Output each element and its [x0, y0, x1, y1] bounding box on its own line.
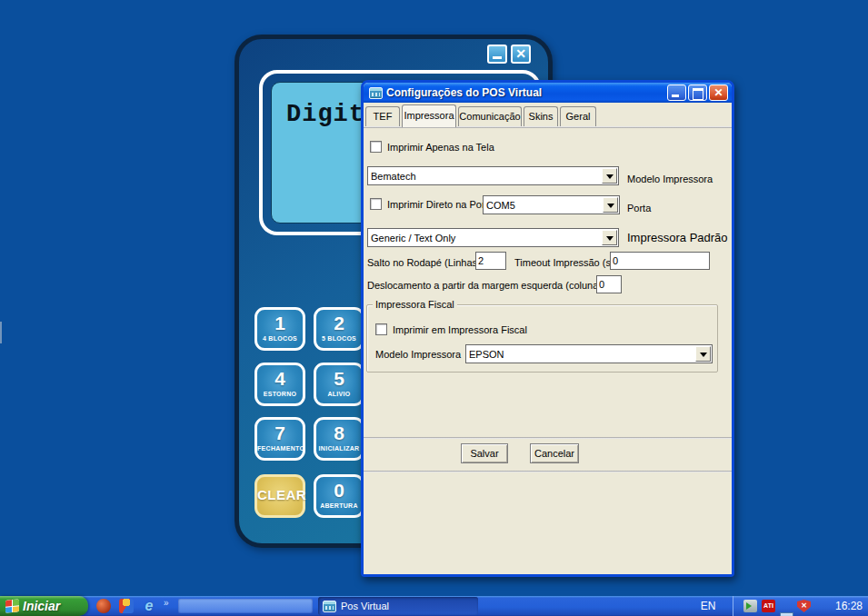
- pos-close-button[interactable]: [511, 45, 531, 64]
- dialog-minimize-button[interactable]: [667, 84, 686, 101]
- checkbox-imprimir-apenas-tela-label: Imprimir Apenas na Tela: [387, 142, 494, 153]
- start-button[interactable]: Iniciar: [0, 596, 88, 616]
- close-icon: ✕: [710, 86, 727, 99]
- key-number: CLEAR: [257, 477, 303, 513]
- key-number: 7: [257, 422, 303, 445]
- deslocamento-label: Deslocamento a partir da margem esquerda…: [367, 280, 607, 291]
- chevron-down-icon[interactable]: [602, 230, 617, 245]
- salto-rodape-label: Salto no Rodapé (Linhas): [367, 257, 481, 268]
- windows-logo-icon: [5, 599, 19, 612]
- porta-value: COM5: [484, 200, 603, 211]
- desktop-edge-artifact: [0, 322, 2, 343]
- impressora-padrao-label: Impressora Padrão: [627, 231, 728, 244]
- tab-impressora[interactable]: Impressora: [402, 104, 456, 127]
- timeout-label: Timeout Impressão (s): [514, 257, 614, 268]
- key-label: ALIVIO: [316, 391, 362, 397]
- fiscal-modelo-label: Modelo Impressora: [375, 349, 461, 360]
- taskbar-toolbar-band[interactable]: [178, 599, 313, 613]
- separator: [364, 437, 732, 439]
- chevron-down-icon[interactable]: [603, 197, 618, 213]
- taskbar-task-pos-virtual[interactable]: Pos Virtual: [318, 597, 478, 615]
- task-button-label: Pos Virtual: [341, 601, 389, 611]
- dialog-maximize-button[interactable]: [688, 84, 707, 101]
- save-button[interactable]: Salvar: [461, 443, 508, 463]
- keypad-button-clear[interactable]: CLEAR: [254, 474, 305, 518]
- impressora-padrao-value: Generic / Text Only: [368, 233, 602, 243]
- language-indicator[interactable]: EN: [693, 596, 723, 616]
- keypad-button-0[interactable]: 0 ABERTURA: [314, 474, 364, 518]
- key-number: 0: [316, 479, 362, 502]
- checkbox-imprimir-direto-porta[interactable]: [370, 198, 382, 210]
- porta-label: Porta: [627, 203, 651, 214]
- key-number: 5: [316, 367, 362, 391]
- quicklaunch-dialer-icon[interactable]: [96, 599, 111, 613]
- network-offline-icon[interactable]: [780, 612, 793, 616]
- dialog-content: TEF Impressora Comunicação Skins Geral I…: [364, 103, 732, 574]
- impressora-padrao-combo[interactable]: Generic / Text Only: [367, 228, 619, 247]
- tab-skins[interactable]: Skins: [524, 106, 558, 126]
- key-number: 8: [316, 422, 362, 445]
- pos-minimize-button[interactable]: [487, 45, 507, 64]
- modelo-impressora-combo[interactable]: Bematech: [367, 166, 619, 185]
- fiscal-modelo-combo[interactable]: EPSON: [465, 344, 713, 363]
- key-label: 4 BLOCOS: [257, 335, 303, 342]
- keypad-button-2[interactable]: 2 5 BLOCOS: [314, 307, 364, 351]
- pos-app-icon: [323, 601, 336, 612]
- separator: [364, 471, 732, 472]
- impressora-fiscal-group: Impressora Fiscal Imprimir em Impressora…: [366, 304, 718, 373]
- key-number: 1: [257, 312, 303, 335]
- keypad-button-5[interactable]: 5 ALIVIO: [314, 363, 364, 406]
- ati-icon[interactable]: ATI: [762, 600, 775, 612]
- key-label: FECHAMENTO: [257, 445, 303, 452]
- pos-app-icon: [369, 87, 383, 99]
- key-label: ABERTURA: [316, 502, 362, 509]
- quicklaunch-overflow-chevron[interactable]: »: [164, 598, 169, 608]
- modelo-impressora-label: Modelo Impressora: [627, 174, 713, 184]
- chevron-down-icon[interactable]: [695, 346, 711, 362]
- dialog-titlebar[interactable]: Configurações do POS Virtual ✕: [364, 83, 732, 103]
- key-number: 4: [257, 367, 303, 391]
- tab-comunicacao[interactable]: Comunicação: [458, 106, 522, 126]
- dialog-close-button[interactable]: ✕: [709, 84, 728, 101]
- removable-hardware-icon[interactable]: [743, 600, 757, 612]
- start-button-label: Iniciar: [23, 599, 60, 613]
- porta-combo[interactable]: COM5: [483, 195, 620, 214]
- quicklaunch-messenger-icon[interactable]: [119, 599, 134, 613]
- tab-tef[interactable]: TEF: [365, 106, 400, 126]
- checkbox-imprimir-direto-porta-label: Imprimir Direto na Porta: [387, 199, 494, 210]
- fiscal-modelo-value: EPSON: [466, 349, 695, 360]
- timeout-input[interactable]: [610, 252, 710, 270]
- quicklaunch-internet-explorer-icon[interactable]: e: [142, 599, 156, 613]
- config-dialog: Configurações do POS Virtual ✕ TEF Impre…: [361, 80, 734, 577]
- keypad-button-4[interactable]: 4 ESTORNO: [254, 363, 305, 406]
- tab-geral[interactable]: Geral: [560, 106, 596, 126]
- dialog-title: Configurações do POS Virtual: [386, 86, 665, 99]
- key-label: INICIALIZAR: [316, 445, 362, 452]
- taskbar-clock[interactable]: 16:28: [835, 596, 863, 616]
- impressora-fiscal-group-label: Impressora Fiscal: [373, 299, 457, 310]
- key-label: ESTORNO: [257, 391, 303, 397]
- taskbar: Iniciar e » Pos Virtual EN ATI ✕ 16:28: [0, 596, 868, 616]
- checkbox-imprimir-apenas-tela[interactable]: [370, 141, 382, 153]
- modelo-impressora-value: Bematech: [368, 171, 602, 182]
- checkbox-imprimir-fiscal-label: Imprimir em Impressora Fiscal: [393, 324, 527, 335]
- salto-rodape-input[interactable]: [475, 252, 506, 270]
- cancel-button[interactable]: Cancelar: [530, 443, 579, 463]
- chevron-down-icon[interactable]: [602, 168, 617, 184]
- keypad-button-7[interactable]: 7 FECHAMENTO: [254, 417, 305, 461]
- keypad-button-1[interactable]: 1 4 BLOCOS: [254, 307, 305, 351]
- key-label: 5 BLOCOS: [316, 335, 362, 342]
- key-number: 2: [316, 312, 362, 335]
- keypad-button-8[interactable]: 8 INICIALIZAR: [314, 417, 364, 461]
- checkbox-imprimir-fiscal[interactable]: [375, 323, 387, 335]
- deslocamento-input[interactable]: [596, 275, 622, 293]
